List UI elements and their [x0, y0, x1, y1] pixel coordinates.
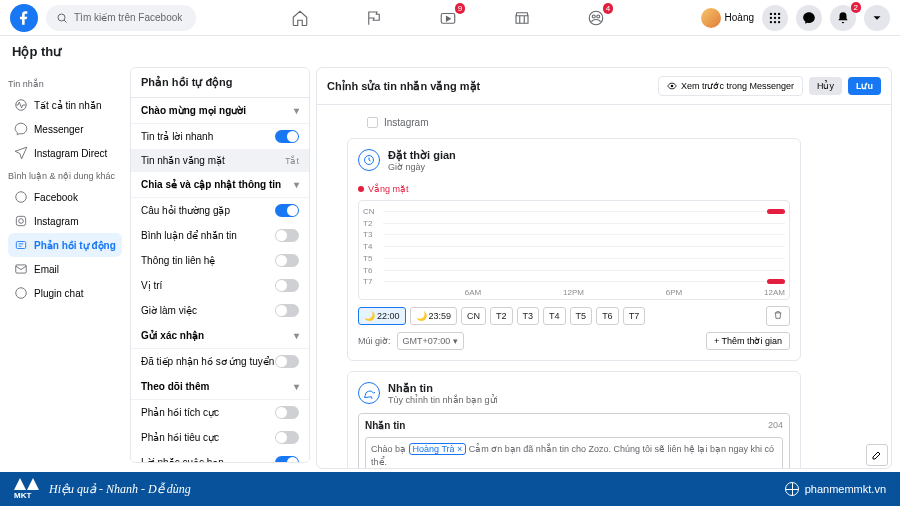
notif-badge: 2	[851, 2, 861, 13]
sidebar-messenger[interactable]: Messenger	[8, 117, 122, 141]
day-t2[interactable]: T2	[490, 307, 513, 325]
message-sub: Tùy chỉnh tin nhắn bạn gửi	[388, 395, 498, 405]
svg-point-15	[16, 192, 27, 203]
toggle-faq[interactable]	[275, 204, 299, 217]
schedule-title: Đặt thời gian	[388, 149, 456, 162]
menu-caret-icon[interactable]	[864, 5, 890, 31]
opt-faq[interactable]: Câu hỏi thường gặp	[131, 198, 309, 223]
sidebar-all-messages[interactable]: Tất cả tin nhắn	[8, 93, 122, 117]
schedule-card: Đặt thời gian Giờ ngày Vắng mặt CN T2 T3…	[347, 138, 801, 361]
toggle-hours[interactable]	[275, 304, 299, 317]
sidebar-auto-response[interactable]: Phản hồi tự động	[8, 233, 122, 257]
opt-positive[interactable]: Phản hồi tích cực	[131, 400, 309, 425]
chevron-down-icon: ▾	[294, 105, 299, 116]
toggle-positive[interactable]	[275, 406, 299, 419]
profile-chip[interactable]: Hoàng	[701, 8, 754, 28]
sidebar-facebook[interactable]: Facebook	[8, 185, 122, 209]
toggle-location[interactable]	[275, 279, 299, 292]
svg-rect-16	[16, 216, 25, 225]
chevron-down-icon: ▾	[294, 381, 299, 392]
opt-location[interactable]: Vị trí	[131, 273, 309, 298]
add-time-button[interactable]: + Thêm thời gian	[706, 332, 790, 350]
schedule-sub: Giờ ngày	[388, 162, 456, 172]
cancel-button[interactable]: Hủy	[809, 77, 842, 95]
day-cn[interactable]: CN	[461, 307, 486, 325]
section-share[interactable]: Chia sẻ và cập nhật thông tin▾	[131, 172, 309, 198]
messenger-icon[interactable]	[796, 5, 822, 31]
nav-market[interactable]	[510, 6, 534, 30]
clock-icon	[358, 149, 380, 171]
message-title: Nhắn tin	[388, 382, 498, 395]
preview-button[interactable]: Xem trước trong Messenger	[658, 76, 803, 96]
section-greeting[interactable]: Chào mừng mọi người▾	[131, 98, 309, 124]
search-placeholder: Tìm kiếm trên Facebook	[74, 12, 182, 23]
svg-point-21	[671, 85, 674, 88]
svg-line-1	[64, 20, 67, 23]
day-t6[interactable]: T6	[596, 307, 619, 325]
opt-away-message[interactable]: Tin nhắn vắng mặtTắt	[131, 149, 309, 172]
automation-list: Phản hồi tự động Chào mừng mọi người▾ Ti…	[130, 67, 310, 463]
sidebar-instagram-direct[interactable]: Instagram Direct	[8, 141, 122, 165]
search-input[interactable]: Tìm kiếm trên Facebook	[46, 5, 196, 31]
nav-flag[interactable]	[362, 6, 386, 30]
nav-video[interactable]: 9	[436, 6, 460, 30]
chevron-down-icon: ▾	[294, 179, 299, 190]
opt-reminder[interactable]: Lời nhắc cuộc hẹn	[131, 450, 309, 463]
message-card: Nhắn tin Tùy chỉnh tin nhắn bạn gửi Nhắn…	[347, 371, 801, 468]
opt-applied[interactable]: Đã tiếp nhận hồ sơ ứng tuyển	[131, 349, 309, 374]
sidebar-email[interactable]: Email	[8, 257, 122, 281]
start-time-input[interactable]: 🌙 22:00	[358, 307, 406, 325]
apps-icon[interactable]	[762, 5, 788, 31]
svg-point-8	[778, 12, 780, 14]
toggle-applied[interactable]	[275, 355, 299, 368]
opt-comment[interactable]: Bình luận để nhắn tin	[131, 223, 309, 248]
svg-rect-19	[16, 265, 27, 273]
svg-point-5	[597, 15, 600, 18]
message-textarea[interactable]: Chào bạ Hoàng Trà × Cảm ơn bạn đã nhắn t…	[365, 437, 783, 468]
day-t7[interactable]: T7	[623, 307, 646, 325]
day-t4[interactable]: T4	[543, 307, 566, 325]
sidebar-plugin-chat[interactable]: Plugin chat	[8, 281, 122, 305]
opt-contact[interactable]: Thông tin liên hệ	[131, 248, 309, 273]
svg-point-4	[593, 15, 596, 18]
facebook-logo[interactable]	[10, 4, 38, 32]
nav-group[interactable]: 4	[584, 6, 608, 30]
day-t5[interactable]: T5	[570, 307, 593, 325]
instagram-checkbox-row[interactable]: Instagram	[347, 113, 801, 138]
mkt-logo: MKT	[14, 478, 39, 500]
toggle-instant[interactable]	[275, 130, 299, 143]
opt-negative[interactable]: Phản hồi tiêu cực	[131, 425, 309, 450]
timezone-select[interactable]: GMT+07:00 ▾	[397, 332, 464, 350]
nav-home[interactable]	[288, 6, 312, 30]
opt-hours[interactable]: Giờ làm việc	[131, 298, 309, 323]
delete-icon[interactable]	[766, 306, 790, 326]
footer-site[interactable]: phanmemmkt.vn	[785, 482, 886, 496]
notification-icon[interactable]: 2	[830, 5, 856, 31]
svg-point-0	[58, 14, 65, 21]
svg-point-12	[770, 20, 772, 22]
day-t3[interactable]: T3	[517, 307, 540, 325]
svg-point-14	[778, 20, 780, 22]
avatar	[701, 8, 721, 28]
section-follow[interactable]: Theo dõi thêm▾	[131, 374, 309, 400]
chevron-down-icon: ▾	[294, 330, 299, 341]
sidebar-section-comments: Bình luận & nội dung khác	[8, 171, 122, 181]
opt-instant-reply[interactable]: Tin trả lời nhanh	[131, 124, 309, 149]
end-time-input[interactable]: 🌙 23:59	[410, 307, 458, 325]
tz-label: Múi giờ:	[358, 336, 391, 346]
edit-fab-icon[interactable]	[866, 444, 888, 466]
char-count: 204	[768, 420, 783, 431]
sidebar-instagram[interactable]: Instagram	[8, 209, 122, 233]
sidebar: Tin nhắn Tất cả tin nhắn Messenger Insta…	[0, 67, 130, 469]
toggle-comment[interactable]	[275, 229, 299, 242]
toggle-reminder[interactable]	[275, 456, 299, 463]
save-button[interactable]: Lưu	[848, 77, 881, 95]
customer-tag[interactable]: Hoàng Trà ×	[409, 443, 467, 455]
schedule-grid[interactable]: CN T2 T3 T4 T5 T6 T7 6AM12PM6PM12AM	[358, 200, 790, 300]
section-confirm[interactable]: Gửi xác nhận▾	[131, 323, 309, 349]
globe-icon	[785, 482, 799, 496]
svg-point-7	[774, 12, 776, 14]
toggle-negative[interactable]	[275, 431, 299, 444]
checkbox-icon[interactable]	[367, 117, 378, 128]
toggle-contact[interactable]	[275, 254, 299, 267]
